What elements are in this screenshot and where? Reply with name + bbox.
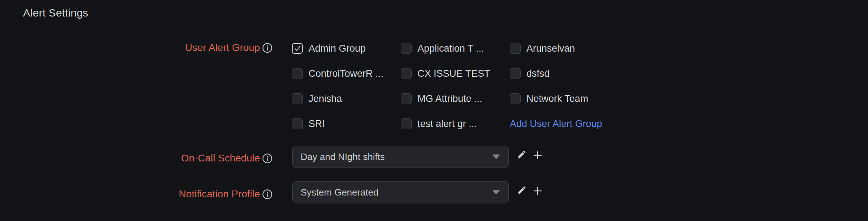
user-alert-group-option[interactable]: Application T ... <box>401 43 510 54</box>
user-alert-group-option-label: ControlTowerR ... <box>309 68 384 79</box>
page-header: Alert Settings <box>0 0 868 26</box>
user-alert-group-option-label: dsfsd <box>526 68 550 79</box>
chevron-down-icon <box>492 154 500 159</box>
checkbox-unchecked[interactable] <box>401 43 412 54</box>
checkbox-unchecked[interactable] <box>401 93 412 104</box>
checkbox-unchecked[interactable] <box>292 118 303 129</box>
on-call-schedule-label: On-Call Schedule <box>0 152 260 164</box>
plus-icon[interactable] <box>533 150 543 160</box>
user-alert-group-option[interactable]: ControlTowerR ... <box>292 68 401 79</box>
user-alert-group-option[interactable]: Arunselvan <box>510 43 619 54</box>
user-alert-group-option-label: Network Team <box>526 93 588 104</box>
info-icon[interactable] <box>262 153 273 164</box>
user-alert-group-option-label: test alert gr ... <box>417 118 477 130</box>
checkbox-unchecked[interactable] <box>510 43 521 54</box>
user-alert-group-option[interactable]: Admin Group <box>292 43 401 54</box>
checkmark-icon <box>293 44 302 53</box>
user-alert-group-option-label: MG Attribute ... <box>417 93 482 104</box>
user-alert-group-option[interactable]: Jenisha <box>292 93 401 104</box>
plus-icon[interactable] <box>533 186 543 196</box>
user-alert-group-option[interactable]: test alert gr ... <box>401 118 510 130</box>
add-user-alert-group-link[interactable]: Add User Alert Group <box>510 118 619 130</box>
user-alert-group-option-label: Application T ... <box>417 43 484 54</box>
user-alert-group-option-label: Admin Group <box>309 43 366 54</box>
user-alert-group-label: User Alert Group <box>0 42 260 54</box>
on-call-schedule-value: Day and NIght shifts <box>301 151 385 163</box>
checkbox-checked[interactable] <box>292 43 303 54</box>
edit-pencil-icon[interactable] <box>517 150 527 160</box>
checkbox-unchecked[interactable] <box>510 93 521 104</box>
info-icon[interactable] <box>262 43 273 53</box>
user-alert-group-option[interactable]: SRI <box>292 118 401 130</box>
user-alert-group-option-label: CX ISSUE TEST <box>417 68 490 79</box>
user-alert-group-option[interactable]: dsfsd <box>510 68 619 79</box>
user-alert-group-option[interactable]: MG Attribute ... <box>401 93 510 104</box>
page-title: Alert Settings <box>23 7 88 19</box>
notification-profile-label: Notification Profile <box>0 188 260 200</box>
checkbox-unchecked[interactable] <box>510 68 521 79</box>
user-alert-group-option[interactable]: Network Team <box>510 93 619 104</box>
user-alert-group-option-label: Arunselvan <box>526 43 575 54</box>
edit-pencil-icon[interactable] <box>517 185 527 195</box>
checkbox-unchecked[interactable] <box>292 68 303 79</box>
on-call-schedule-dropdown[interactable]: Day and NIght shifts <box>292 146 509 168</box>
notification-profile-dropdown[interactable]: System Generated <box>292 181 509 203</box>
checkbox-unchecked[interactable] <box>401 68 412 79</box>
notification-profile-value: System Generated <box>301 187 379 198</box>
user-alert-group-grid: Admin GroupApplication T ...ArunselvanCo… <box>292 36 619 136</box>
checkbox-unchecked[interactable] <box>401 118 412 129</box>
user-alert-group-option-label: SRI <box>309 118 325 130</box>
checkbox-unchecked[interactable] <box>292 93 303 104</box>
info-icon[interactable] <box>262 189 273 199</box>
user-alert-group-option[interactable]: CX ISSUE TEST <box>401 68 510 79</box>
chevron-down-icon <box>492 190 500 195</box>
user-alert-group-option-label: Jenisha <box>309 93 342 104</box>
